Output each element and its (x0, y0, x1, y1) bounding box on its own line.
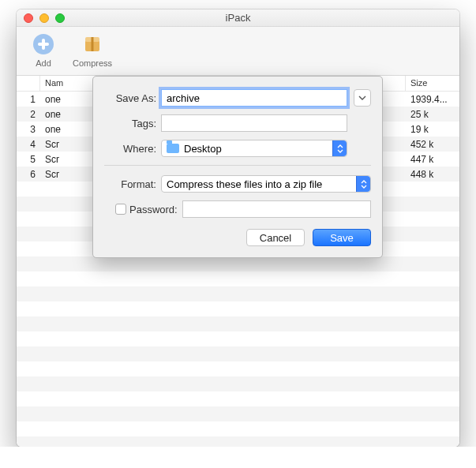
cancel-button[interactable]: Cancel (246, 229, 305, 246)
save-button[interactable]: Save (313, 229, 371, 246)
format-select[interactable]: Compress these files into a zip file (161, 175, 371, 193)
tags-input[interactable] (161, 114, 347, 132)
svg-rect-5 (92, 37, 94, 51)
svg-rect-2 (38, 43, 49, 46)
format-label: Format: (104, 178, 161, 190)
select-arrows-icon (332, 140, 347, 156)
format-value: Compress these files into a zip file (167, 178, 322, 190)
add-label: Add (36, 58, 51, 68)
separator (104, 165, 371, 166)
window-title: iPack (17, 12, 459, 24)
app-window: iPack Add Compress Nam Size 1one1939.4..… (17, 9, 459, 447)
password-input[interactable] (182, 200, 371, 218)
compress-label: Compress (73, 58, 112, 68)
password-checkbox[interactable] (115, 204, 126, 215)
compress-icon (80, 32, 105, 57)
where-label: Where: (104, 143, 161, 155)
where-value: Desktop (184, 143, 222, 155)
add-button[interactable]: Add (24, 32, 62, 68)
col-size-header[interactable]: Size (406, 76, 459, 91)
toolbar: Add Compress (17, 27, 459, 76)
col-number-header[interactable] (17, 76, 40, 91)
add-icon (31, 32, 56, 57)
save-as-input[interactable] (161, 89, 347, 107)
password-label: Password: (129, 204, 182, 215)
save-dialog: Save As: Tags: Where: Desktop Format: (92, 76, 383, 258)
titlebar: iPack (17, 9, 459, 27)
select-arrows-icon (356, 176, 370, 192)
expand-dialog-button[interactable] (354, 89, 371, 107)
where-select[interactable]: Desktop (161, 140, 347, 157)
chevron-down-icon (358, 95, 366, 101)
save-as-label: Save As: (104, 92, 161, 104)
compress-button[interactable]: Compress (73, 32, 111, 68)
folder-icon (167, 144, 179, 153)
tags-label: Tags: (104, 118, 161, 129)
